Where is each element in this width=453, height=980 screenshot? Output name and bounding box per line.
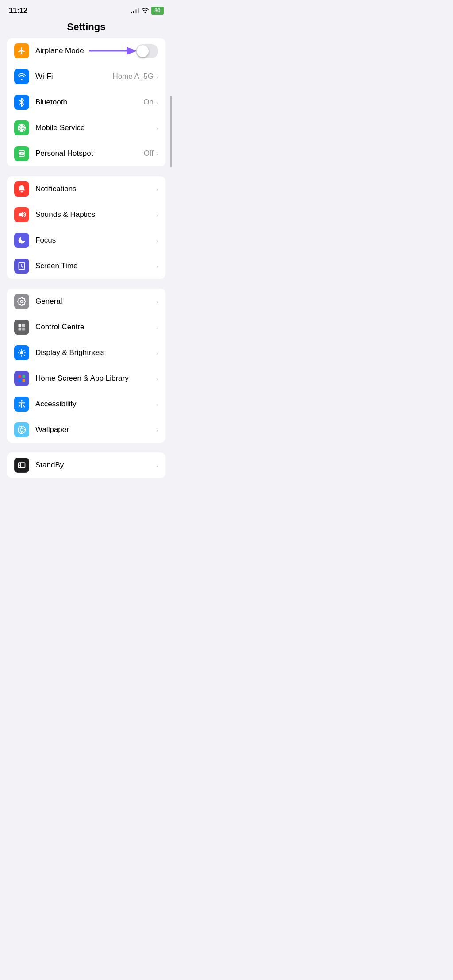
svg-line-20 bbox=[19, 350, 20, 351]
personal-hotspot-label: Personal Hotspot bbox=[35, 149, 93, 158]
sounds-haptics-label: Sounds & Haptics bbox=[35, 210, 95, 219]
mobile-service-label: Mobile Service bbox=[35, 123, 85, 132]
accessibility-row[interactable]: Accessibility › bbox=[7, 391, 165, 417]
display-brightness-chevron: › bbox=[156, 349, 158, 357]
standby-icon bbox=[14, 458, 29, 473]
mobile-service-icon bbox=[14, 120, 29, 135]
display-brightness-label: Display & Brightness bbox=[35, 348, 105, 357]
airplane-mode-toggle[interactable] bbox=[136, 44, 158, 58]
home-screen-right: › bbox=[156, 375, 158, 382]
bluetooth-label: Bluetooth bbox=[35, 98, 67, 107]
svg-rect-34 bbox=[19, 464, 20, 465]
screen-time-chevron: › bbox=[156, 262, 158, 270]
wifi-right: Home A_5G › bbox=[112, 72, 158, 81]
svg-line-24 bbox=[19, 355, 20, 356]
purple-arrow-annotation bbox=[87, 44, 140, 58]
standby-row[interactable]: StandBy › bbox=[7, 452, 165, 478]
sounds-haptics-right: › bbox=[156, 211, 158, 219]
control-centre-content: Control Centre › bbox=[35, 323, 158, 332]
standby-chevron: › bbox=[156, 462, 158, 469]
display-brightness-row[interactable]: Display & Brightness › bbox=[7, 340, 165, 366]
svg-point-11 bbox=[21, 266, 22, 267]
mobile-service-row[interactable]: Mobile Service › bbox=[7, 115, 165, 141]
display-brightness-right: › bbox=[156, 349, 158, 357]
display-group: General › Control Centre › bbox=[7, 289, 165, 443]
svg-point-12 bbox=[21, 301, 23, 303]
status-bar: 11:12 30 bbox=[0, 0, 173, 18]
wallpaper-icon bbox=[14, 422, 29, 437]
general-row[interactable]: General › bbox=[7, 289, 165, 314]
sounds-haptics-content: Sounds & Haptics › bbox=[35, 210, 158, 219]
focus-chevron: › bbox=[156, 237, 158, 244]
svg-rect-26 bbox=[19, 375, 21, 378]
status-time: 11:12 bbox=[9, 6, 27, 15]
accessibility-chevron: › bbox=[156, 401, 158, 408]
general-label: General bbox=[35, 297, 62, 306]
screen-time-icon bbox=[14, 259, 29, 274]
accessibility-content: Accessibility › bbox=[35, 400, 158, 409]
svg-line-25 bbox=[24, 350, 25, 351]
bluetooth-value: On bbox=[143, 98, 154, 107]
standby-label: StandBy bbox=[35, 461, 64, 470]
svg-rect-13 bbox=[19, 324, 22, 327]
notifications-row[interactable]: Notifications › bbox=[7, 176, 165, 202]
control-centre-icon bbox=[14, 320, 29, 335]
standby-right: › bbox=[156, 462, 158, 469]
personal-hotspot-right: Off › bbox=[144, 149, 158, 158]
wallpaper-row[interactable]: Wallpaper › bbox=[7, 417, 165, 443]
focus-right: › bbox=[156, 237, 158, 244]
bluetooth-chevron: › bbox=[156, 99, 158, 106]
bluetooth-row[interactable]: Bluetooth On › bbox=[7, 89, 165, 115]
wallpaper-chevron: › bbox=[156, 426, 158, 434]
mobile-service-content: Mobile Service › bbox=[35, 123, 158, 132]
svg-point-30 bbox=[21, 400, 23, 402]
airplane-mode-row[interactable]: Airplane Mode bbox=[7, 38, 165, 64]
general-chevron: › bbox=[156, 298, 158, 305]
bluetooth-right: On › bbox=[143, 98, 158, 107]
focus-content: Focus › bbox=[35, 236, 158, 245]
notifications-content: Notifications › bbox=[35, 185, 158, 193]
control-centre-row[interactable]: Control Centre › bbox=[7, 314, 165, 340]
svg-point-31 bbox=[20, 428, 23, 432]
wifi-value: Home A_5G bbox=[112, 72, 154, 81]
svg-line-21 bbox=[24, 355, 25, 356]
accessibility-label: Accessibility bbox=[35, 400, 77, 409]
svg-point-17 bbox=[20, 351, 23, 355]
mobile-service-right: › bbox=[156, 124, 158, 132]
wifi-label: Wi-Fi bbox=[35, 72, 53, 81]
svg-rect-28 bbox=[19, 379, 21, 382]
svg-rect-14 bbox=[22, 324, 25, 327]
focus-row[interactable]: Focus › bbox=[7, 228, 165, 253]
control-centre-label: Control Centre bbox=[35, 323, 84, 332]
screen-time-row[interactable]: Screen Time › bbox=[7, 253, 165, 279]
sounds-haptics-row[interactable]: Sounds & Haptics › bbox=[7, 202, 165, 228]
accessibility-right: › bbox=[156, 401, 158, 408]
display-brightness-content: Display & Brightness › bbox=[35, 348, 158, 357]
airplane-mode-content: Airplane Mode bbox=[35, 44, 158, 58]
svg-rect-15 bbox=[19, 328, 22, 331]
notifications-label: Notifications bbox=[35, 185, 77, 193]
wallpaper-right: › bbox=[156, 426, 158, 434]
screen-time-right: › bbox=[156, 262, 158, 270]
home-screen-chevron: › bbox=[156, 375, 158, 382]
airplane-mode-label: Airplane Mode bbox=[35, 46, 84, 55]
wallpaper-content: Wallpaper › bbox=[35, 425, 158, 434]
general-content: General › bbox=[35, 297, 158, 306]
mobile-service-chevron: › bbox=[156, 124, 158, 132]
notifications-icon bbox=[14, 181, 29, 197]
personal-hotspot-row[interactable]: Personal Hotspot Off › bbox=[7, 141, 165, 166]
personal-hotspot-chevron: › bbox=[156, 150, 158, 158]
svg-marker-7 bbox=[19, 212, 23, 217]
sounds-haptics-chevron: › bbox=[156, 211, 158, 219]
accessibility-icon bbox=[14, 397, 29, 412]
control-centre-right: › bbox=[156, 324, 158, 331]
home-screen-row[interactable]: Home Screen & App Library › bbox=[7, 366, 165, 391]
wifi-chevron: › bbox=[156, 73, 158, 81]
display-brightness-icon bbox=[14, 345, 29, 360]
wifi-row[interactable]: Wi-Fi Home A_5G › bbox=[7, 64, 165, 89]
page-title: Settings bbox=[0, 18, 173, 38]
notifications-right: › bbox=[156, 185, 158, 193]
notifications-chevron: › bbox=[156, 185, 158, 193]
focus-label: Focus bbox=[35, 236, 56, 245]
screen-time-content: Screen Time › bbox=[35, 262, 158, 270]
